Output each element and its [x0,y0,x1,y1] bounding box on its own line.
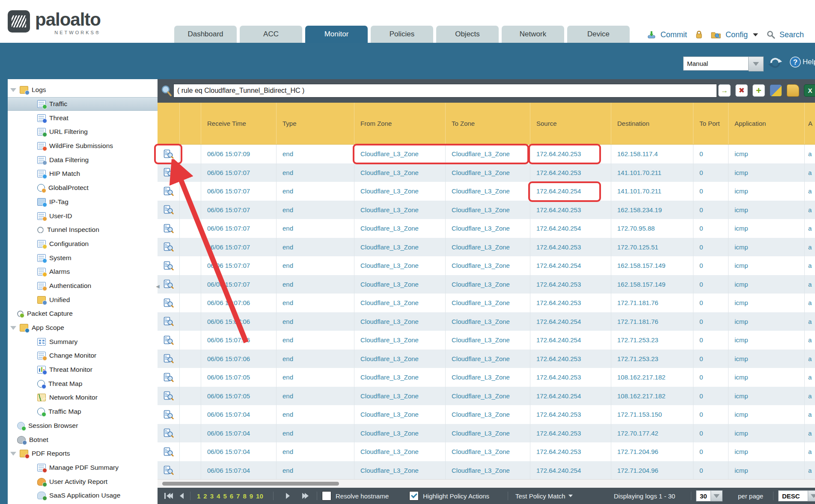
cell-source[interactable]: 172.64.240.254 [530,219,611,238]
log-detail-icon[interactable] [158,238,180,257]
cell-from-zone[interactable]: Cloudflare_L3_Zone [354,294,446,312]
log-detail-icon[interactable] [158,219,180,238]
log-detail-icon[interactable] [158,331,180,350]
cell-from-zone[interactable]: Cloudflare_L3_Zone [354,275,446,294]
sidebar-item-saas-application-usage[interactable]: SaaS Application Usage [8,489,158,503]
cell-source[interactable]: 172.64.240.254 [530,312,611,331]
sidebar-item-system[interactable]: System [8,251,158,265]
sidebar-item-pdf-reports[interactable]: PDF Reports [8,447,158,461]
cell-from-zone[interactable]: Cloudflare_L3_Zone [354,424,446,443]
column-header-from-zone[interactable]: From Zone [354,103,446,144]
page-number-1[interactable]: 1 [197,492,200,500]
column-header-application[interactable]: Application [729,103,805,144]
sidebar-item-logs[interactable]: Logs [8,83,158,97]
cell-source[interactable]: 172.64.240.253 [530,275,611,294]
cell-to-zone[interactable]: Cloudflare_L3_Zone [446,350,530,368]
highlight-policy-actions-checkbox[interactable] [409,491,419,501]
cell-to-zone[interactable]: Cloudflare_L3_Zone [446,163,530,182]
cell-from-zone[interactable]: Cloudflare_L3_Zone [354,387,446,406]
cell-to-zone[interactable]: Cloudflare_L3_Zone [446,424,530,443]
cell-to-zone[interactable]: Cloudflare_L3_Zone [446,201,530,219]
cell-source[interactable]: 172.64.240.254 [530,331,611,350]
sidebar-item-user-id[interactable]: User-ID [8,209,158,223]
cell-source[interactable]: 172.64.240.254 [530,461,611,480]
cell-to-zone[interactable]: Cloudflare_L3_Zone [446,238,530,257]
refresh-button[interactable] [768,56,782,71]
lock-icon[interactable] [695,30,703,39]
apply-filter-button[interactable]: → [718,84,731,97]
column-header-source[interactable]: Source [530,103,611,144]
clear-filter-button[interactable]: ✖ [735,84,748,97]
cell-source[interactable]: 172.64.240.253 [530,145,611,163]
cell-from-zone[interactable]: Cloudflare_L3_Zone [354,331,446,350]
sidebar-item-summary[interactable]: Summary [8,335,158,349]
sidebar-item-threat[interactable]: Threat [8,111,158,125]
log-detail-icon[interactable] [158,145,180,163]
cell-source[interactable]: 172.64.240.253 [530,424,611,443]
cell-destination[interactable]: 108.162.217.182 [611,387,693,406]
sidebar-item-traffic-map[interactable]: Traffic Map [8,405,158,419]
page-number-2[interactable]: 2 [203,492,207,500]
sidebar-item-traffic[interactable]: Traffic [8,97,158,111]
filter-builder-button[interactable] [770,84,782,97]
tab-dashboard[interactable]: Dashboard [174,26,237,43]
sidebar-item-botnet[interactable]: Botnet [8,433,158,447]
tab-policies[interactable]: Policies [371,26,433,43]
cell-destination[interactable]: 172.71.253.23 [611,350,693,368]
sidebar-item-authentication[interactable]: Authentication [8,279,158,293]
help-icon[interactable]: ? [790,56,801,68]
sidebar-item-hip-match[interactable]: HIP Match [8,167,158,181]
load-filter-button[interactable] [787,84,799,97]
cell-source[interactable]: 172.64.240.254 [530,387,611,406]
page-number-7[interactable]: 7 [236,492,240,500]
sidebar-item-app-scope[interactable]: App Scope [8,321,158,335]
log-filter-input[interactable]: ( rule eq Cloudflare_Tunnel_Bidirect_HC … [173,84,717,98]
column-header-type[interactable]: Type [277,103,354,144]
log-detail-icon[interactable] [158,405,180,424]
next-page-button[interactable] [286,488,290,504]
cell-source[interactable]: 172.64.240.253 [530,405,611,424]
sidebar-item-change-monitor[interactable]: Change Monitor [8,349,158,363]
sidebar-item-packet-capture[interactable]: Packet Capture [8,307,158,321]
test-policy-match-button[interactable]: Test Policy Match [515,488,573,504]
log-detail-icon[interactable] [158,182,180,201]
cell-to-zone[interactable]: Cloudflare_L3_Zone [446,442,530,461]
resolve-hostname-checkbox[interactable] [322,491,331,501]
cell-destination[interactable]: 172.71.204.96 [611,442,693,461]
sidebar-item-tunnel-inspection[interactable]: Tunnel Inspection [8,223,158,237]
page-number-9[interactable]: 9 [250,492,253,500]
export-button[interactable]: X [804,84,815,97]
cell-from-zone[interactable]: Cloudflare_L3_Zone [354,256,446,275]
cell-from-zone[interactable]: Cloudflare_L3_Zone [354,405,446,424]
cell-source[interactable]: 172.64.240.253 [530,201,611,219]
column-header-receive-time[interactable]: Receive Time [201,103,277,144]
cell-to-zone[interactable]: Cloudflare_L3_Zone [446,256,530,275]
column-header-destination[interactable]: Destination [611,103,693,144]
cell-source[interactable]: 172.64.240.253 [530,442,611,461]
log-detail-icon[interactable] [158,312,180,331]
sidebar-item-threat-map[interactable]: Threat Map [8,377,158,391]
sidebar-collapse-handle[interactable]: ◀ [155,279,161,294]
page-number-8[interactable]: 8 [243,492,246,500]
sidebar-item-data-filtering[interactable]: Data Filtering [8,153,158,167]
cell-to-zone[interactable]: Cloudflare_L3_Zone [446,275,530,294]
column-header-to-zone[interactable]: To Zone [446,103,530,144]
cell-from-zone[interactable]: Cloudflare_L3_Zone [354,219,446,238]
cell-to-zone[interactable]: Cloudflare_L3_Zone [446,294,530,312]
cell-source[interactable]: 172.64.240.253 [530,294,611,312]
cell-from-zone[interactable]: Cloudflare_L3_Zone [354,350,446,368]
cell-source[interactable]: 172.64.240.253 [530,238,611,257]
sidebar-item-alarms[interactable]: Alarms [8,265,158,279]
page-number-5[interactable]: 5 [223,492,226,500]
cell-to-zone[interactable]: Cloudflare_L3_Zone [446,312,530,331]
cell-destination[interactable]: 141.101.70.211 [611,182,693,201]
last-page-button[interactable] [302,488,309,504]
cell-destination[interactable]: 172.71.181.76 [611,312,693,331]
cell-from-zone[interactable]: Cloudflare_L3_Zone [354,145,446,163]
tab-objects[interactable]: Objects [436,26,499,43]
cell-destination[interactable]: 162.158.234.19 [611,201,693,219]
help-label[interactable]: Help [803,58,815,66]
cell-destination[interactable]: 172.71.153.150 [611,405,693,424]
page-number-4[interactable]: 4 [217,492,220,500]
cell-source[interactable]: 172.64.240.253 [530,350,611,368]
